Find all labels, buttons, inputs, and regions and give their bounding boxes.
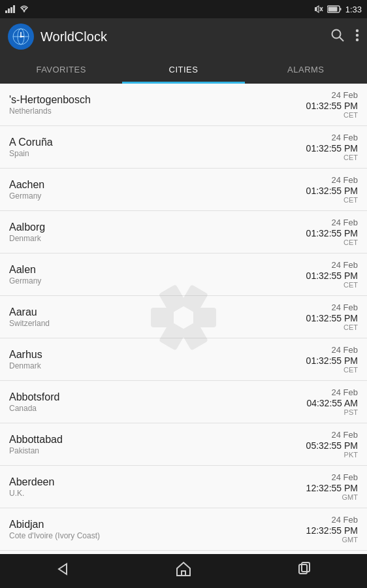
city-tz: CET bbox=[306, 196, 358, 204]
city-item[interactable]: Aberdeen U.K. 24 Feb 12:32:55 PM GMT bbox=[0, 466, 367, 508]
tab-alarms[interactable]: ALARMS bbox=[245, 55, 367, 84]
svg-rect-2 bbox=[10, 7, 12, 13]
city-country: Denmark bbox=[9, 361, 306, 370]
city-country: Denmark bbox=[9, 234, 306, 243]
city-date: 24 Feb bbox=[306, 515, 358, 525]
city-country: Pakistan bbox=[9, 446, 306, 455]
city-items-container: 's-Hertogenbosch Netherlands 24 Feb 01:3… bbox=[0, 84, 367, 554]
city-name: Abidjan bbox=[9, 519, 306, 531]
city-date: 24 Feb bbox=[306, 345, 358, 355]
city-tz: PKT bbox=[306, 451, 358, 459]
signal-icon bbox=[5, 5, 16, 13]
svg-marker-5 bbox=[317, 6, 319, 12]
city-clock: 12:32:55 PM bbox=[306, 483, 358, 493]
city-name: Aarhus bbox=[9, 349, 306, 361]
city-info: 's-Hertogenbosch Netherlands bbox=[9, 94, 306, 116]
svg-point-22 bbox=[356, 38, 359, 41]
city-date: 24 Feb bbox=[306, 302, 358, 312]
city-date: 24 Feb bbox=[306, 175, 358, 185]
city-country: Germany bbox=[9, 276, 306, 286]
more-button[interactable] bbox=[355, 28, 359, 46]
city-item[interactable]: 's-Hertogenbosch Netherlands 24 Feb 01:3… bbox=[0, 84, 367, 126]
city-date: 24 Feb bbox=[306, 260, 358, 270]
svg-rect-6 bbox=[315, 7, 317, 11]
city-date: 24 Feb bbox=[306, 430, 358, 440]
svg-point-20 bbox=[356, 29, 359, 31]
city-list: 's-Hertogenbosch Netherlands 24 Feb 01:3… bbox=[0, 84, 367, 554]
city-country: Netherlands bbox=[9, 106, 306, 116]
city-tz: CET bbox=[306, 281, 358, 289]
svg-marker-30 bbox=[59, 564, 67, 574]
city-info: Aalen Germany bbox=[9, 264, 306, 286]
city-time: 24 Feb 01:32:55 PM CET bbox=[306, 218, 358, 246]
city-date: 24 Feb bbox=[306, 133, 358, 142]
city-tz: CET bbox=[306, 323, 358, 331]
svg-marker-31 bbox=[177, 563, 190, 576]
status-left-icons bbox=[5, 5, 29, 13]
city-name: Abbottabad bbox=[9, 434, 306, 446]
city-info: Abidjan Cote d'Ivoire (Ivory Coast) bbox=[9, 519, 306, 540]
city-item[interactable]: Abilene U.S.A. 24 Feb 06:32:55 AM CST bbox=[0, 551, 367, 554]
tab-cities[interactable]: CITIES bbox=[122, 55, 244, 84]
city-clock: 01:32:55 PM bbox=[306, 143, 358, 154]
svg-rect-10 bbox=[328, 7, 337, 12]
status-bar: 1:33 bbox=[0, 0, 367, 18]
city-date: 24 Feb bbox=[306, 472, 358, 482]
city-item[interactable]: Aarhus Denmark 24 Feb 01:32:55 PM CET bbox=[0, 338, 367, 381]
clock-globe-icon bbox=[12, 27, 30, 46]
svg-point-18 bbox=[332, 29, 341, 38]
city-time: 24 Feb 01:32:55 PM CET bbox=[306, 90, 358, 119]
city-name: Aachen bbox=[9, 179, 306, 191]
city-name: Aarau bbox=[9, 306, 306, 318]
city-clock: 01:32:55 PM bbox=[306, 228, 358, 238]
svg-rect-1 bbox=[8, 8, 10, 13]
city-tz: GMT bbox=[306, 493, 358, 501]
city-name: A Coruña bbox=[9, 137, 306, 148]
nav-home-button[interactable] bbox=[163, 556, 204, 586]
city-name: Abbotsford bbox=[9, 391, 306, 403]
city-time: 24 Feb 01:32:55 PM CET bbox=[306, 175, 358, 204]
city-clock: 01:32:55 PM bbox=[306, 101, 358, 111]
city-info: A Coruña Spain bbox=[9, 137, 306, 158]
city-item[interactable]: Aarau Switzerland 24 Feb 01:32:55 PM CET bbox=[0, 296, 367, 338]
city-time: 24 Feb 12:32:55 PM GMT bbox=[306, 472, 358, 501]
city-country: U.K. bbox=[9, 489, 306, 498]
city-name: 's-Hertogenbosch bbox=[9, 94, 306, 106]
status-time: 1:33 bbox=[345, 5, 362, 14]
city-item[interactable]: Aachen Germany 24 Feb 01:32:55 PM CET bbox=[0, 169, 367, 211]
city-clock: 01:32:55 PM bbox=[306, 186, 358, 196]
app-logo bbox=[8, 24, 34, 50]
nav-back-button[interactable] bbox=[40, 556, 82, 586]
city-item[interactable]: Abbotsford Canada 24 Feb 04:32:55 AM PST bbox=[0, 381, 367, 423]
city-info: Aalborg Denmark bbox=[9, 221, 306, 243]
city-item[interactable]: Aalen Germany 24 Feb 01:32:55 PM CET bbox=[0, 253, 367, 296]
mute-icon bbox=[314, 5, 323, 13]
city-item[interactable]: Aalborg Denmark 24 Feb 01:32:55 PM CET bbox=[0, 211, 367, 253]
city-country: Switzerland bbox=[9, 319, 306, 328]
svg-rect-11 bbox=[340, 8, 341, 10]
svg-rect-3 bbox=[13, 5, 15, 13]
svg-line-19 bbox=[340, 37, 343, 41]
tab-favorites[interactable]: FAVORITES bbox=[0, 55, 122, 84]
svg-point-17 bbox=[20, 36, 22, 38]
city-item[interactable]: Abidjan Cote d'Ivoire (Ivory Coast) 24 F… bbox=[0, 508, 367, 551]
city-country: Cote d'Ivoire (Ivory Coast) bbox=[9, 531, 306, 540]
city-time: 24 Feb 01:32:55 PM CET bbox=[306, 260, 358, 289]
city-info: Abbottabad Pakistan bbox=[9, 434, 306, 455]
city-info: Aberdeen U.K. bbox=[9, 476, 306, 498]
city-item[interactable]: A Coruña Spain 24 Feb 01:32:55 PM CET bbox=[0, 126, 367, 169]
city-country: Germany bbox=[9, 191, 306, 201]
city-tz: PST bbox=[306, 408, 358, 416]
city-info: Aachen Germany bbox=[9, 179, 306, 201]
search-button[interactable] bbox=[330, 28, 345, 46]
city-info: Aarau Switzerland bbox=[9, 306, 306, 328]
city-time: 24 Feb 04:32:55 AM PST bbox=[306, 387, 358, 416]
city-country: Canada bbox=[9, 404, 306, 413]
city-tz: CET bbox=[306, 111, 358, 119]
city-name: Aalen bbox=[9, 264, 306, 276]
city-country: Spain bbox=[9, 149, 306, 158]
nav-recent-button[interactable] bbox=[285, 556, 327, 586]
city-item[interactable]: Abbottabad Pakistan 24 Feb 05:32:55 PM P… bbox=[0, 423, 367, 466]
city-date: 24 Feb bbox=[306, 90, 358, 100]
app-title: WorldClock bbox=[40, 29, 330, 44]
